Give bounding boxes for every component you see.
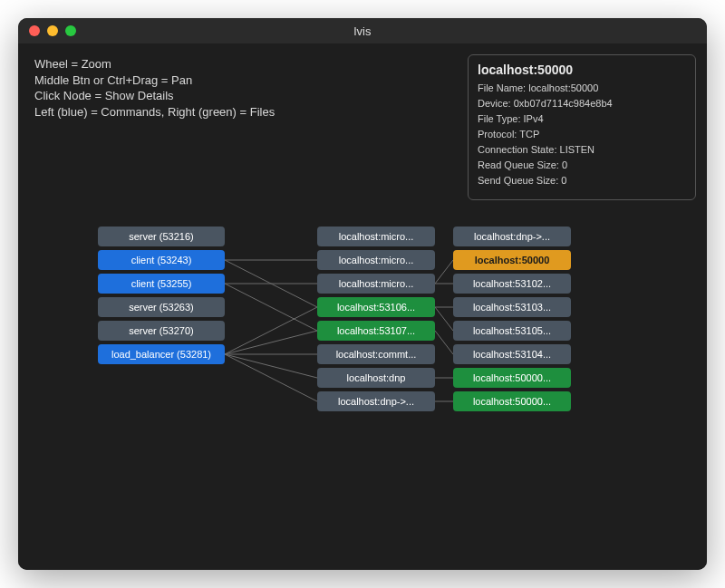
graph-node[interactable]: client (53255) — [98, 274, 225, 294]
details-row: Send Queue Size: 0 — [478, 175, 686, 186]
help-line: Left (blue) = Commands, Right (green) = … — [34, 104, 275, 120]
details-row: Read Queue Size: 0 — [478, 159, 686, 170]
details-row: Device: 0xb07d7114c984e8b4 — [478, 98, 686, 109]
graph-canvas[interactable]: Wheel = Zoom Middle Btn or Ctrl+Drag = P… — [18, 43, 707, 570]
app-window: lvis Wheel = Zoom Middle Btn or Ctrl+Dra… — [18, 18, 707, 570]
graph-node[interactable]: localhost:53103... — [453, 297, 571, 317]
titlebar[interactable]: lvis — [18, 18, 707, 43]
details-title: localhost:50000 — [478, 63, 686, 77]
graph-node[interactable]: load_balancer (53281) — [98, 344, 225, 364]
minimize-icon[interactable] — [47, 25, 58, 36]
graph-node[interactable]: localhost:53105... — [453, 321, 571, 341]
details-row: File Type: IPv4 — [478, 113, 686, 124]
window-title: lvis — [18, 24, 707, 38]
graph-node[interactable]: server (53216) — [98, 227, 225, 246]
help-line: Wheel = Zoom — [34, 56, 275, 72]
svg-line-3 — [225, 284, 317, 331]
details-row: File Name: localhost:50000 — [478, 82, 686, 93]
help-line: Middle Btn or Ctrl+Drag = Pan — [34, 72, 275, 89]
graph-node[interactable]: localhost:50000 — [453, 250, 571, 270]
details-row: Connection State: LISTEN — [478, 144, 686, 155]
svg-line-8 — [225, 354, 317, 401]
graph-node[interactable]: localhost:53104... — [453, 344, 571, 364]
graph-node[interactable]: server (53270) — [98, 321, 225, 341]
help-text: Wheel = Zoom Middle Btn or Ctrl+Drag = P… — [34, 56, 275, 120]
graph-node[interactable]: client (53243) — [98, 250, 225, 270]
traffic-lights — [18, 25, 76, 36]
details-row: Protocol: TCP — [478, 129, 686, 140]
help-line: Click Node = Show Details — [34, 88, 275, 104]
svg-line-1 — [225, 260, 317, 307]
graph-node[interactable]: localhost:50000... — [453, 368, 571, 388]
graph-node[interactable]: localhost:53102... — [453, 274, 571, 294]
graph-node[interactable]: localhost:dnp->... — [453, 227, 571, 246]
maximize-icon[interactable] — [65, 25, 76, 36]
graph-node[interactable]: localhost:micro... — [317, 274, 435, 294]
graph-node[interactable]: localhost:micro... — [317, 227, 435, 246]
svg-line-13 — [435, 331, 453, 354]
graph-node[interactable]: localhost:commt... — [317, 344, 435, 364]
graph-node[interactable]: server (53263) — [98, 297, 225, 317]
graph-node[interactable]: localhost:50000... — [453, 391, 571, 411]
graph-node[interactable]: localhost:dnp — [317, 368, 435, 388]
svg-line-9 — [435, 260, 453, 284]
graph-node[interactable]: localhost:micro... — [317, 250, 435, 270]
svg-line-5 — [225, 331, 317, 354]
svg-line-12 — [435, 307, 453, 331]
graph-node[interactable]: localhost:53106... — [317, 297, 435, 317]
graph-node[interactable]: localhost:53107... — [317, 321, 435, 341]
svg-line-7 — [225, 354, 317, 378]
svg-line-4 — [225, 307, 317, 354]
close-icon[interactable] — [29, 25, 40, 36]
details-panel: localhost:50000 File Name: localhost:500… — [468, 54, 696, 200]
graph-node[interactable]: localhost:dnp->... — [317, 391, 435, 411]
